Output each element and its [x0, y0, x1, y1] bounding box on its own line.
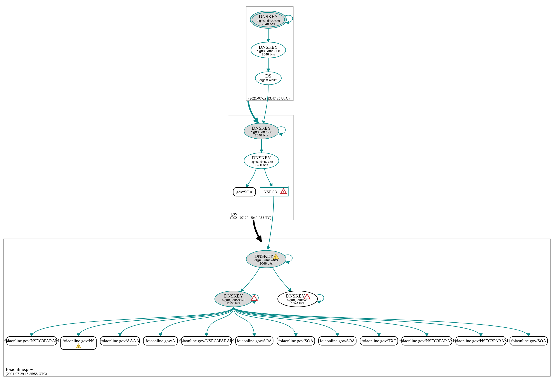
edge-foia-zsk-to-rrset: [234, 307, 337, 336]
edge-foia-zsk-to-rrset: [234, 307, 427, 336]
svg-text:DS: DS: [265, 73, 271, 79]
rrset-label: foiaonline.gov/A: [146, 338, 175, 343]
rrset-box[interactable]: foiaonline.gov/SOA: [277, 336, 315, 345]
svg-text:alg=8, id=59026: alg=8, id=59026: [222, 298, 245, 302]
rrset-box[interactable]: foiaonline.gov/SOA: [510, 336, 547, 345]
svg-text:DNSKEY: DNSKEY: [286, 293, 305, 299]
edge-deleg-gov-to-foia: [253, 220, 261, 242]
node-foia-zsk[interactable]: DNSKEY alg=8, id=59026 2048 bits: [215, 291, 252, 307]
rrset-box[interactable]: foiaonline.gov/NSEC3PARAM: [4, 336, 59, 345]
svg-text:digest alg=2: digest alg=2: [259, 78, 277, 82]
svg-text:alg=8, id=57735: alg=8, id=57735: [250, 160, 273, 163]
edge-gov-nsec3-to-foia: [268, 196, 274, 250]
edge-gov-zsk-to-soa: [246, 168, 256, 188]
svg-text:!: !: [78, 345, 79, 348]
svg-text:2048 bits: 2048 bits: [262, 53, 275, 56]
svg-text:2048 bits: 2048 bits: [255, 133, 268, 137]
node-foia-ksk[interactable]: DNSKEY ! alg=8, id=12409 2048 bits: [246, 250, 286, 268]
edge-foia-zsk-to-rrset: [32, 307, 234, 336]
svg-text:DNSKEY: DNSKEY: [224, 293, 243, 299]
rrset-label: foiaonline.gov/SOA: [320, 338, 355, 343]
svg-text:alg=8, id=20326: alg=8, id=20326: [257, 19, 280, 22]
zone-root: . (2021-07-29 13:47:35 UTC) DNSKEY alg=8…: [246, 7, 293, 101]
node-gov-ksk[interactable]: DNSKEY alg=8, id=7698 2048 bits: [244, 123, 279, 139]
edge-deleg-root-to-gov: [248, 101, 259, 123]
edge-foia-zsk-to-rrset: [160, 307, 234, 336]
edge-foia-zsk-to-rrset: [120, 307, 234, 336]
rrset-box[interactable]: foiaonline.gov/TXT: [360, 336, 398, 345]
rrset-box[interactable]: foiaonline.gov/NSEC3PARAM: [399, 336, 454, 345]
svg-text:gov/SOA: gov/SOA: [236, 189, 253, 194]
svg-text:alg=8, id=7698: alg=8, id=7698: [251, 130, 272, 134]
rrset-box[interactable]: foiaonline.gov/NSEC3PARAM: [453, 336, 508, 345]
svg-text:alg=8, id=12409: alg=8, id=12409: [254, 259, 278, 262]
edge-gov-zsk-to-nsec3: [264, 168, 272, 187]
node-gov-nsec3[interactable]: NSEC3 !: [260, 186, 288, 196]
svg-text:1280 bits: 1280 bits: [255, 163, 268, 167]
rrset-label: foiaonline.gov/TXT: [361, 338, 396, 343]
zone-gov-ts: (2021-07-29 15:49:05 UTC): [230, 216, 272, 220]
svg-text:!: !: [253, 297, 255, 301]
rrset-box[interactable]: foiaonline.gov/AAAA: [100, 336, 140, 345]
edge-foia-zsk-to-rrset: [79, 307, 234, 336]
edge-foia-ksk-to-zsk: [241, 267, 260, 292]
edge-ds-to-gov-ksk: [263, 85, 268, 124]
node-root-zsk[interactable]: DNSKEY alg=8, id=26838 2048 bits: [251, 42, 286, 58]
edge-foia-ksk-to-key2: [272, 267, 291, 292]
rrset-box[interactable]: foiaonline.gov/NSEC3PARAM: [179, 336, 234, 345]
node-root-ds[interactable]: DS digest alg=2: [255, 72, 281, 85]
svg-text:DNSKEY: DNSKEY: [259, 44, 278, 50]
svg-text:DNSKEY: DNSKEY: [254, 254, 273, 259]
zone-foia-ts: (2021-07-29 16:35:58 UTC): [6, 372, 47, 376]
rrset-box[interactable]: foiaonline.gov/A: [143, 336, 177, 345]
node-gov-soa[interactable]: gov/SOA: [233, 188, 256, 196]
svg-text:!: !: [283, 190, 284, 194]
node-root-ksk[interactable]: DNSKEY alg=8, id=20326 2048 bits: [250, 11, 286, 28]
rr-edges: [32, 307, 529, 336]
rrset-box[interactable]: foiaonline.gov/NS!: [60, 336, 96, 350]
svg-text:2048 bits: 2048 bits: [262, 22, 275, 26]
svg-text:alg=8, id=8526: alg=8, id=8526: [287, 298, 309, 302]
svg-text:1024 bits: 1024 bits: [291, 301, 304, 305]
node-foia-key2[interactable]: DNSKEY ! alg=8, id=8526 1024 bits: [278, 291, 317, 307]
zone-foiaonline: foiaonline.gov (2021-07-29 16:35:58 UTC)…: [4, 239, 551, 376]
rrset-label: foiaonline.gov/SOA: [278, 338, 313, 343]
rrset-label: foiaonline.gov/NSEC3PARAM: [453, 338, 508, 343]
svg-text:2048 bits: 2048 bits: [227, 301, 240, 305]
svg-text:NSEC3: NSEC3: [263, 189, 277, 194]
rrset-label: foiaonline.gov/NS: [63, 338, 94, 343]
rrset-label: foiaonline.gov/AAAA: [101, 338, 140, 343]
rrset-box[interactable]: foiaonline.gov/SOA: [318, 336, 356, 345]
rrset-label: foiaonline.gov/SOA: [237, 338, 272, 343]
zone-gov: gov (2021-07-29 15:49:05 UTC) DNSKEY alg…: [228, 115, 293, 220]
svg-text:DNSKEY: DNSKEY: [252, 126, 271, 131]
rrset-label: foiaonline.gov/NSEC3PARAM: [4, 338, 59, 343]
rrset-box[interactable]: foiaonline.gov/SOA: [236, 336, 273, 345]
rr-row: foiaonline.gov/NSEC3PARAMfoiaonline.gov/…: [4, 336, 548, 350]
zone-foia-label: foiaonline.gov: [6, 367, 33, 372]
svg-text:alg=8, id=26838: alg=8, id=26838: [257, 49, 280, 53]
rrset-label: foiaonline.gov/NSEC3PARAM: [179, 338, 234, 343]
svg-text:DNSKEY: DNSKEY: [259, 14, 278, 19]
svg-text:2048 bits: 2048 bits: [259, 262, 273, 265]
node-gov-zsk[interactable]: DNSKEY alg=8, id=57735 1280 bits: [244, 153, 279, 169]
rrset-label: foiaonline.gov/SOA: [511, 338, 546, 343]
rrset-label: foiaonline.gov/NSEC3PARAM: [399, 338, 454, 343]
zone-root-ts: (2021-07-29 13:47:35 UTC): [248, 96, 290, 100]
svg-text:DNSKEY: DNSKEY: [252, 155, 271, 161]
